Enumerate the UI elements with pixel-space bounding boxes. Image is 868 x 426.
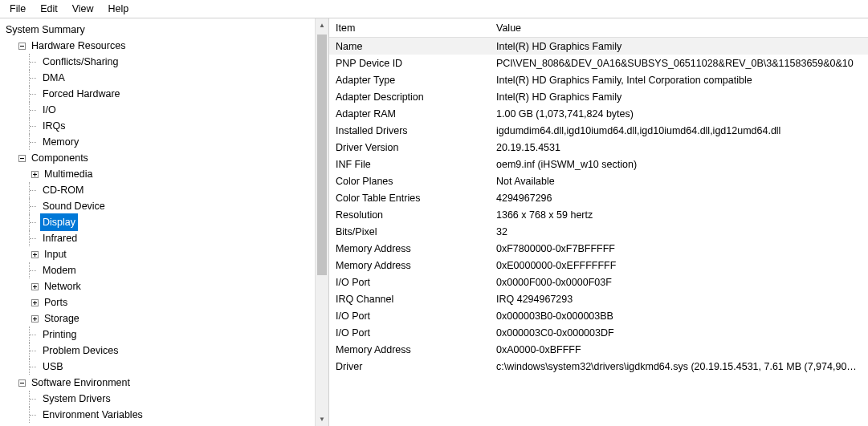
details-cell-value: c:\windows\system32\drivers\igdkmd64.sys… bbox=[490, 361, 868, 372]
tree-node-software-environment[interactable]: Software Environment bbox=[3, 375, 315, 391]
expand-icon[interactable] bbox=[29, 249, 40, 260]
details-row[interactable]: Adapter RAM1.00 GB (1,073,741,824 bytes) bbox=[329, 105, 868, 122]
details-row[interactable]: Driverc:\windows\system32\drivers\igdkmd… bbox=[329, 358, 868, 375]
details-cell-item: I/O Port bbox=[329, 327, 490, 339]
details-cell-item: Adapter Description bbox=[329, 91, 490, 103]
details-cell-item: Bits/Pixel bbox=[329, 226, 490, 237]
details-row[interactable]: PNP Device IDPCI\VEN_8086&DEV_0A16&SUBSY… bbox=[329, 55, 868, 71]
tree-node-sound-device[interactable]: Sound Device bbox=[3, 198, 315, 214]
details-cell-item: Memory Address bbox=[329, 243, 490, 254]
details-cell-item: INF File bbox=[329, 159, 490, 170]
details-row[interactable]: Adapter DescriptionIntel(R) HD Graphics … bbox=[329, 88, 868, 105]
tree-node-cd-rom[interactable]: CD-ROM bbox=[3, 182, 315, 198]
tree-view[interactable]: System Summary Hardware Resources Confli… bbox=[0, 18, 315, 426]
tree-label: Components bbox=[29, 149, 91, 167]
expand-icon[interactable] bbox=[29, 168, 40, 180]
details-cell-item: I/O Port bbox=[329, 310, 490, 322]
details-cell-value: 0x000003B0-0x000003BB bbox=[490, 310, 868, 322]
details-row[interactable]: Driver Version20.19.15.4531 bbox=[329, 139, 868, 156]
tree-node-components[interactable]: Components bbox=[3, 150, 315, 166]
scroll-thumb[interactable] bbox=[317, 34, 327, 275]
details-row[interactable]: I/O Port0x0000F000-0x0000F03F bbox=[329, 274, 868, 290]
details-row[interactable]: Installed Driversigdumdim64.dll,igd10ium… bbox=[329, 122, 868, 139]
details-row[interactable]: INF Fileoem9.inf (iHSWM_w10 section) bbox=[329, 156, 868, 172]
details-row[interactable]: I/O Port0x000003C0-0x000003DF bbox=[329, 324, 868, 341]
tree-node-irqs[interactable]: IRQs bbox=[3, 118, 315, 134]
tree-label: Storage bbox=[42, 310, 82, 327]
details-row[interactable]: Adapter TypeIntel(R) HD Graphics Family,… bbox=[329, 71, 868, 88]
tree-node-problem-devices[interactable]: Problem Devices bbox=[3, 343, 315, 359]
details-row[interactable]: Memory Address0xA0000-0xBFFFF bbox=[329, 341, 868, 358]
menu-edit[interactable]: Edit bbox=[34, 2, 64, 16]
column-header-value[interactable]: Value bbox=[490, 22, 868, 34]
tree-label: DMA bbox=[40, 69, 67, 87]
tree-label: System Drivers bbox=[40, 390, 113, 408]
tree-label: CD-ROM bbox=[40, 181, 86, 199]
menu-help[interactable]: Help bbox=[102, 2, 136, 16]
tree-label: Conflicts/Sharing bbox=[40, 53, 121, 71]
tree-node-environment-variables[interactable]: Environment Variables bbox=[3, 407, 315, 423]
tree-label: Hardware Resources bbox=[29, 37, 128, 55]
tree-node-printing[interactable]: Printing bbox=[3, 327, 315, 343]
details-cell-value: 20.19.15.4531 bbox=[490, 142, 868, 153]
tree-node-storage[interactable]: Storage bbox=[3, 310, 315, 327]
tree-label: Software Environment bbox=[29, 374, 132, 392]
details-cell-item: Resolution bbox=[329, 209, 490, 221]
tree-node-conflicts-sharing[interactable]: Conflicts/Sharing bbox=[3, 54, 315, 70]
tree-label: Ports bbox=[42, 294, 70, 311]
details-row[interactable]: IRQ ChannelIRQ 4294967293 bbox=[329, 290, 868, 307]
tree-node-ports[interactable]: Ports bbox=[3, 294, 315, 310]
details-cell-item: Color Planes bbox=[329, 176, 490, 187]
details-row[interactable]: Color PlanesNot Available bbox=[329, 172, 868, 189]
details-cell-value: oem9.inf (iHSWM_w10 section) bbox=[490, 159, 868, 170]
details-grid[interactable]: NameIntel(R) HD Graphics FamilyPNP Devic… bbox=[329, 38, 868, 375]
details-cell-value: Intel(R) HD Graphics Family bbox=[490, 91, 868, 103]
menu-view[interactable]: View bbox=[66, 2, 100, 16]
tree-label: Printing bbox=[40, 326, 79, 343]
details-row[interactable]: I/O Port0x000003B0-0x000003BB bbox=[329, 307, 868, 324]
details-cell-value: PCI\VEN_8086&DEV_0A16&SUBSYS_06511028&RE… bbox=[490, 58, 868, 69]
expand-icon[interactable] bbox=[29, 297, 40, 308]
collapse-icon[interactable] bbox=[16, 152, 27, 164]
tree-node-memory[interactable]: Memory bbox=[3, 134, 315, 150]
tree-node-system-drivers[interactable]: System Drivers bbox=[3, 391, 315, 407]
tree-node-io[interactable]: I/O bbox=[3, 102, 315, 118]
tree-label: Forced Hardware bbox=[40, 85, 123, 103]
details-row[interactable]: Bits/Pixel32 bbox=[329, 223, 868, 240]
tree-scrollbar[interactable]: ▲ ▼ bbox=[315, 18, 328, 426]
details-cell-value: igdumdim64.dll,igd10iumd64.dll,igd10iumd… bbox=[490, 125, 868, 136]
tree-node-multimedia[interactable]: Multimedia bbox=[3, 166, 315, 182]
tree-node-infrared[interactable]: Infrared bbox=[3, 230, 315, 246]
details-cell-value: 0xE0000000-0xEFFFFFFF bbox=[490, 260, 868, 271]
tree-node-input[interactable]: Input bbox=[3, 246, 315, 262]
details-row[interactable]: Memory Address0xE0000000-0xEFFFFFFF bbox=[329, 257, 868, 274]
details-cell-value: 0x0000F000-0x0000F03F bbox=[490, 277, 868, 288]
tree-node-network[interactable]: Network bbox=[3, 278, 315, 294]
expand-icon[interactable] bbox=[29, 281, 40, 292]
details-row[interactable]: Resolution1366 x 768 x 59 hertz bbox=[329, 206, 868, 223]
details-cell-value: Intel(R) HD Graphics Family bbox=[490, 41, 868, 52]
details-cell-item: Adapter RAM bbox=[329, 108, 490, 120]
scroll-down-icon[interactable]: ▼ bbox=[316, 412, 328, 426]
collapse-icon[interactable] bbox=[16, 40, 27, 51]
tree-node-system-summary[interactable]: System Summary bbox=[3, 22, 315, 38]
column-header-item[interactable]: Item bbox=[329, 22, 490, 34]
tree-label: Sound Device bbox=[40, 197, 108, 215]
details-row[interactable]: NameIntel(R) HD Graphics Family bbox=[329, 38, 868, 55]
details-cell-value: 4294967296 bbox=[490, 193, 868, 204]
menu-file[interactable]: File bbox=[3, 2, 32, 16]
tree-node-display[interactable]: Display bbox=[3, 214, 315, 230]
details-row[interactable]: Memory Address0xF7800000-0xF7BFFFFF bbox=[329, 240, 868, 257]
details-row[interactable]: Color Table Entries4294967296 bbox=[329, 189, 868, 206]
details-cell-item: Name bbox=[329, 41, 490, 52]
tree-node-hardware-resources[interactable]: Hardware Resources bbox=[3, 38, 315, 54]
tree-node-usb[interactable]: USB bbox=[3, 359, 315, 375]
tree-node-forced-hardware[interactable]: Forced Hardware bbox=[3, 86, 315, 102]
collapse-icon[interactable] bbox=[16, 377, 27, 388]
expand-icon[interactable] bbox=[29, 313, 40, 324]
tree-node-modem[interactable]: Modem bbox=[3, 262, 315, 278]
details-cell-item: Adapter Type bbox=[329, 75, 490, 86]
scroll-up-icon[interactable]: ▲ bbox=[316, 18, 328, 32]
details-cell-value: 32 bbox=[490, 226, 868, 237]
tree-node-dma[interactable]: DMA bbox=[3, 70, 315, 86]
